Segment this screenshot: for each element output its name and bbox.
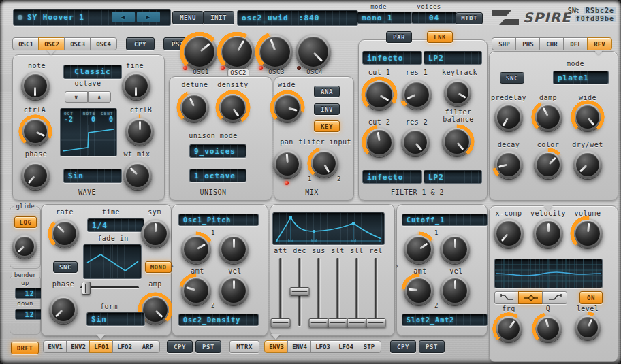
density-knob[interactable] bbox=[218, 93, 248, 122]
mode-display[interactable]: mono_1 bbox=[357, 12, 413, 24]
env-att-slider-handle[interactable] bbox=[271, 318, 291, 327]
voices-display[interactable]: 04 bbox=[411, 12, 457, 24]
tab-phs[interactable]: PHS bbox=[515, 37, 541, 50]
tab-rev[interactable]: REV bbox=[587, 37, 612, 50]
pan-knob[interactable] bbox=[273, 150, 302, 178]
tab-env4[interactable]: ENV4 bbox=[287, 340, 312, 353]
wt-mix-knob[interactable] bbox=[123, 161, 152, 190]
slot-b-vel1-knob[interactable] bbox=[440, 234, 470, 264]
tab-arp[interactable]: ARP bbox=[136, 340, 160, 353]
init-button[interactable]: INIT bbox=[203, 11, 234, 24]
env-sll-slider-track[interactable] bbox=[355, 258, 359, 326]
filter2-slope-select[interactable]: LP2 bbox=[424, 170, 482, 184]
cut1-knob[interactable] bbox=[364, 79, 395, 110]
osc3-selector[interactable]: OSC3 bbox=[268, 69, 285, 76]
res2-knob[interactable] bbox=[401, 128, 430, 156]
filter1-type-select[interactable]: infecto bbox=[362, 51, 422, 65]
detune-knob[interactable] bbox=[179, 93, 209, 122]
slot-a-amt2-knob[interactable] bbox=[181, 276, 211, 305]
env-slt-slider-track[interactable] bbox=[336, 258, 340, 326]
osc1-level-knob[interactable] bbox=[182, 34, 217, 69]
lfo-phase-knob[interactable] bbox=[49, 295, 78, 324]
osc2-level-knob[interactable] bbox=[219, 34, 255, 69]
env-rel-slider-track[interactable] bbox=[375, 258, 378, 326]
lfo-time-select[interactable]: 1/4 bbox=[87, 218, 144, 232]
slot-a-amt1-knob[interactable] bbox=[181, 234, 211, 264]
predelay-knob[interactable] bbox=[494, 103, 523, 131]
fine-knob[interactable] bbox=[122, 71, 150, 100]
tab-shp[interactable]: SHP bbox=[492, 37, 517, 50]
preset-display[interactable]: SY Hoover 1 ◀ ▶ bbox=[13, 9, 171, 26]
key-button[interactable]: KEY bbox=[314, 120, 340, 132]
keytrack-knob[interactable] bbox=[444, 79, 471, 106]
env-att-slider-track[interactable] bbox=[279, 258, 283, 326]
slot-b-vel2-knob[interactable] bbox=[440, 276, 470, 305]
ctrl-a-knob[interactable] bbox=[21, 117, 50, 146]
slot-b-target-1-display[interactable]: Cutoff_1 bbox=[402, 214, 488, 226]
cut2-knob[interactable] bbox=[364, 127, 394, 157]
eq-on-button[interactable]: ON bbox=[579, 291, 603, 304]
eq-low-shelf-button[interactable] bbox=[494, 291, 520, 304]
color-knob[interactable] bbox=[534, 150, 562, 179]
env-rel-slider-handle[interactable] bbox=[366, 318, 386, 327]
env-sll-slider-handle[interactable] bbox=[347, 318, 367, 327]
rev-mode-select[interactable]: plate1 bbox=[553, 71, 609, 84]
eq-peak-button[interactable] bbox=[518, 291, 543, 304]
bender-down-value[interactable]: 12 bbox=[15, 309, 44, 320]
drywet-knob[interactable] bbox=[573, 150, 602, 179]
mod-left-copy-button[interactable]: CPY bbox=[167, 340, 193, 353]
lnk-button[interactable]: LNK bbox=[427, 31, 453, 43]
frq-knob[interactable] bbox=[495, 315, 522, 342]
preset-prev-button[interactable]: ◀ bbox=[112, 12, 135, 22]
decay-knob[interactable] bbox=[494, 150, 523, 179]
damp-knob[interactable] bbox=[534, 103, 562, 131]
slot-b-target-2-display[interactable]: Slot2_Amt2 bbox=[402, 314, 488, 326]
osc4-level-knob[interactable] bbox=[296, 34, 331, 69]
lfo-form-select[interactable]: Sin bbox=[86, 312, 145, 326]
wide-knob[interactable] bbox=[272, 93, 302, 122]
osc3-level-knob[interactable] bbox=[257, 34, 293, 69]
slot-a-vel2-knob[interactable] bbox=[219, 276, 249, 305]
waveform-select[interactable]: Sin bbox=[63, 169, 122, 183]
bender-up-value[interactable]: 12 bbox=[15, 288, 44, 299]
q-knob[interactable] bbox=[535, 315, 562, 342]
preset-next-button[interactable]: ▶ bbox=[137, 12, 160, 22]
env-sus-slider-handle[interactable] bbox=[309, 318, 329, 327]
glide-knob[interactable] bbox=[12, 234, 37, 259]
slot-b-amt1-knob[interactable] bbox=[404, 234, 434, 264]
rev-wide-knob[interactable] bbox=[573, 103, 602, 131]
mtrx-button[interactable]: MTRX bbox=[229, 340, 259, 353]
filter1-slope-select[interactable]: LP2 bbox=[424, 51, 482, 65]
level-knob[interactable] bbox=[575, 314, 601, 340]
mod-right-paste-button[interactable]: PST bbox=[419, 340, 445, 353]
lfo-sym-knob[interactable] bbox=[141, 219, 170, 248]
filter2-type-select[interactable]: infecto bbox=[362, 170, 422, 184]
par-button[interactable]: PAR bbox=[386, 31, 412, 43]
tab-osc3[interactable]: OSC3 bbox=[64, 37, 91, 50]
tab-osc2[interactable]: OSC2 bbox=[38, 37, 65, 50]
tab-env1[interactable]: ENV1 bbox=[43, 340, 67, 353]
osc-phase-knob[interactable] bbox=[21, 161, 50, 190]
octave-up-button[interactable]: ∧ bbox=[88, 91, 111, 103]
ctrl-b-knob[interactable] bbox=[125, 117, 154, 146]
tab-lfo3[interactable]: LFO3 bbox=[310, 340, 335, 353]
slot-a-target-1-display[interactable]: Osc1_Pitch bbox=[178, 214, 259, 226]
mod-right-copy-button[interactable]: CPY bbox=[390, 340, 416, 353]
env-slt-slider-handle[interactable] bbox=[328, 318, 348, 327]
slot-a-vel1-knob[interactable] bbox=[219, 234, 249, 264]
mod-left-paste-button[interactable]: PST bbox=[195, 340, 221, 353]
env-dec-slider-handle[interactable] bbox=[290, 287, 310, 296]
res1-knob[interactable] bbox=[402, 80, 432, 110]
xcomp-knob[interactable] bbox=[494, 218, 524, 248]
tab-lfo4[interactable]: LFO4 bbox=[334, 340, 358, 353]
unison-voices-select[interactable]: 9_voices bbox=[189, 144, 246, 158]
tab-chr[interactable]: CHR bbox=[539, 37, 564, 50]
tab-osc1[interactable]: OSC1 bbox=[12, 37, 39, 50]
volume-knob[interactable] bbox=[573, 218, 603, 248]
drift-button[interactable]: DRFT bbox=[11, 342, 39, 354]
slot-a-target-2-display[interactable]: Osc2_Density bbox=[178, 314, 259, 326]
lfo-fade-slider-handle[interactable] bbox=[82, 282, 91, 295]
midi-button[interactable]: MIDI bbox=[456, 12, 483, 24]
tab-osc4[interactable]: OSC4 bbox=[90, 37, 117, 50]
ana-button[interactable]: ANA bbox=[314, 86, 340, 97]
